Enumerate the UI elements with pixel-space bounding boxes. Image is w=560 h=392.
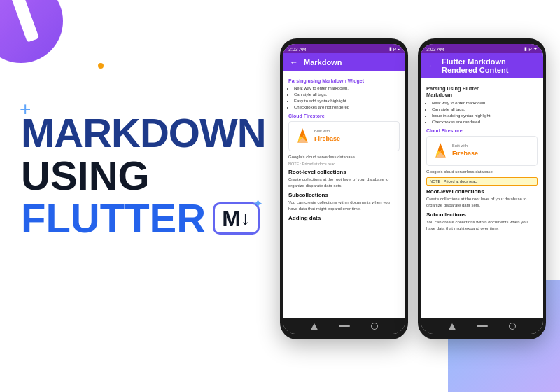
list-item: Neat way to enter markdown. — [432, 100, 538, 106]
title-section: MARKDOWN USING FLUTTER M ↓ ✦ — [21, 112, 238, 240]
phone1-status-bar: 3:03 AM ▮ P ▪ — [283, 44, 405, 53]
phone2-firebase-logo — [433, 141, 448, 161]
phone1-section1-header: Parsing using Markdown Widget — [288, 78, 400, 83]
phone2-heading1: Root-level collections — [426, 188, 538, 195]
phone1-bullets: Neat way to enter markdown. Can style al… — [294, 85, 400, 111]
phone2-heading2: Subcollections — [426, 211, 538, 218]
phone1-text1: Create collections at the root level of … — [288, 176, 400, 189]
phone1-text2: You can create collections within docume… — [288, 200, 400, 212]
phone1-heading2: Subcollections — [288, 192, 400, 198]
title-line2: USING — [21, 155, 238, 197]
list-item: Neat way to enter markdown. — [294, 85, 400, 92]
phone2-battery-icon: ▮ — [524, 46, 527, 52]
phone1-section2-header: Cloud Firestore — [288, 113, 400, 118]
phone2-screen: 3:03 AM ▮ P ✦ ← Flutter Markdown Rendere… — [421, 44, 543, 334]
markdown-badge: M ↓ ✦ — [213, 202, 260, 234]
phone2-note: NOTE : Priced at docs reac. — [426, 177, 538, 186]
phone2-wifi-icon: P — [528, 47, 532, 52]
phone1-battery-icon: ▮ — [389, 46, 392, 52]
phone1-firebase-text: Built with Firebase — [314, 129, 340, 143]
phone2-app-bar-title: Flutter Markdown Rendered Content — [442, 57, 536, 74]
bg-slash-decoration — [8, 0, 39, 43]
phone1-back-icon: ← — [290, 57, 298, 67]
phone2-app-bar: ← Flutter Markdown Rendered Content — [421, 53, 543, 78]
phone1-firebase-label2: Firebase — [314, 134, 340, 144]
bg-circle-decoration — [0, 0, 63, 63]
list-item: Checkboxes are rendered — [432, 119, 538, 125]
phone1-firebase-desc: Google's cloud serverless database. — [288, 154, 400, 160]
phone2-section1-header: Parsing using FlutterMarkdown — [426, 85, 538, 98]
phone1-status-icons: ▮ P ▪ — [389, 46, 400, 52]
list-item: Checkboxes are not rendered — [294, 104, 400, 111]
phone2-time: 3:03 AM — [426, 47, 444, 52]
phone2-firebase-card: Built with Firebase — [426, 136, 538, 166]
phone2-status-icons: ▮ P ✦ — [524, 46, 538, 52]
phone2-nav-home — [477, 326, 488, 327]
phone2-firebase-label2: Firebase — [452, 149, 478, 158]
phone1-nav-recent — [371, 323, 378, 330]
phone1-firebase-card: Built with Firebase — [288, 121, 400, 151]
badge-arrow: ↓ — [241, 207, 251, 230]
phone1-content: Parsing using Markdown Widget Neat way t… — [283, 71, 405, 318]
phone1-signal-icon: ▪ — [398, 47, 400, 52]
phone1-mockup: 3:03 AM ▮ P ▪ ← Markdown Parsing using M… — [280, 38, 408, 340]
phone1-screen: 3:03 AM ▮ P ▪ ← Markdown Parsing using M… — [283, 44, 405, 334]
phone2-nav-recent — [509, 323, 516, 330]
title-line1: MARKDOWN — [21, 112, 238, 155]
phone2-mockup: 3:03 AM ▮ P ✦ ← Flutter Markdown Rendere… — [418, 38, 546, 340]
phone1-app-bar-title: Markdown — [304, 58, 342, 66]
phone2-signal-icon: ✦ — [533, 46, 538, 52]
badge-text: M — [222, 207, 241, 230]
phone2-section2-header: Cloud Firestore — [426, 128, 538, 133]
phone1-heading1: Root-level collections — [288, 169, 400, 175]
phone2-bullets: Neat way to enter markdown. Can style al… — [432, 100, 538, 125]
phone2-text2: You can create collections within docume… — [426, 219, 538, 232]
list-item: Issue in adding syntax highlight. — [432, 113, 538, 119]
phone1-nav-home — [339, 326, 350, 327]
phone1-nav-bar — [283, 318, 405, 334]
phone2-nav-bar — [421, 318, 543, 334]
phone1-note: NOTE : Priced at docs reac... — [288, 162, 400, 166]
phone1-time: 3:03 AM — [288, 47, 307, 52]
phone2-text1: Create collections at the root level of … — [426, 196, 538, 209]
list-item: Easy to add syntax highlight. — [294, 98, 400, 104]
phone2-nav-back — [449, 323, 456, 330]
phone1-firebase-label1: Built with — [314, 129, 340, 134]
phone1-wifi-icon: P — [393, 47, 397, 52]
phone1-firebase-logo — [295, 126, 310, 146]
dot-decoration — [98, 63, 104, 69]
phone2-status-bar: 3:03 AM ▮ P ✦ — [421, 44, 543, 53]
phone1-nav-back — [311, 323, 318, 330]
phones-section: 3:03 AM ▮ P ▪ ← Markdown Parsing using M… — [280, 38, 546, 340]
list-item: Can style all tags. — [294, 92, 400, 98]
phone2-back-icon: ← — [428, 61, 436, 71]
phone2-firebase-label1: Built with — [452, 144, 478, 149]
phone1-heading3: Adding data — [288, 215, 400, 221]
phone2-firebase-text: Built with Firebase — [452, 144, 478, 158]
phone2-firebase-desc: Google's cloud serverless database. — [426, 169, 538, 175]
sparkle-icon: ✦ — [253, 196, 263, 211]
phone2-content: Parsing using FlutterMarkdown Neat way t… — [421, 78, 543, 318]
list-item: Can style all tags. — [432, 106, 538, 113]
phone1-app-bar: ← Markdown — [283, 53, 405, 71]
title-line3: FLUTTER — [21, 197, 206, 240]
